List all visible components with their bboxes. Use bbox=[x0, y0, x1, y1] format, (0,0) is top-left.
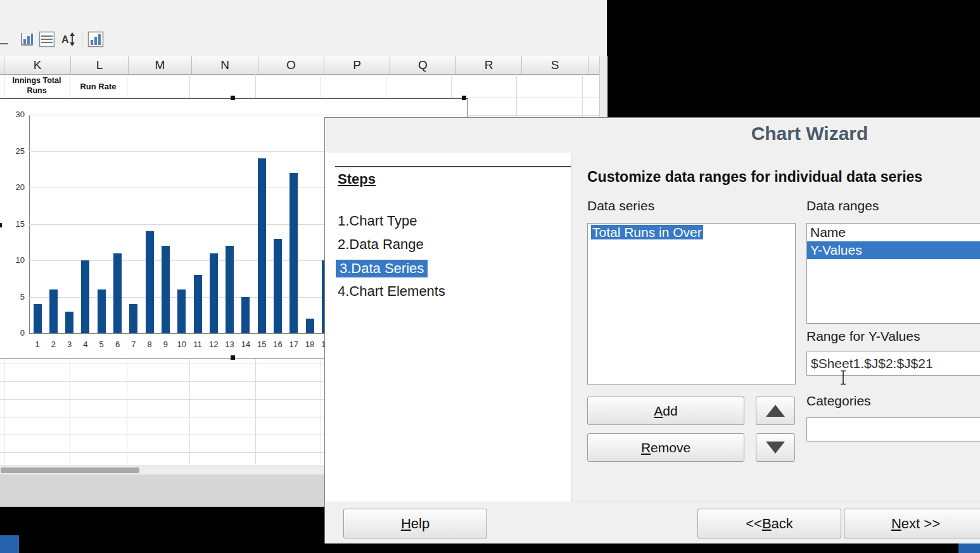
column-headers: K L M N O P Q R S bbox=[0, 56, 599, 75]
bar-10 bbox=[177, 289, 186, 333]
horizontal-scrollbar-thumb[interactable] bbox=[1, 467, 139, 473]
chart-resize-handle-bottom[interactable] bbox=[231, 355, 235, 360]
bar-9 bbox=[162, 246, 170, 333]
x-axis-tick-label: 11 bbox=[190, 340, 205, 349]
x-axis-tick-label: 15 bbox=[254, 340, 269, 349]
x-axis-tick-label: 4 bbox=[78, 340, 93, 349]
x-axis-tick-label: 3 bbox=[62, 340, 77, 349]
data-range-item-y-values[interactable]: Y-Values bbox=[807, 241, 980, 259]
column-header-K[interactable]: K bbox=[4, 56, 71, 74]
x-axis-tick-label: 10 bbox=[174, 340, 189, 349]
help-button[interactable]: Help bbox=[343, 509, 487, 538]
column-header-P[interactable]: P bbox=[324, 56, 390, 74]
column-header-partial-left[interactable] bbox=[0, 56, 4, 74]
x-axis-tick-label: 7 bbox=[126, 340, 141, 349]
dialog-bottom-separator-highlight bbox=[325, 502, 980, 503]
data-ranges-listbox[interactable]: Name Y-Values bbox=[806, 223, 980, 324]
bar-14 bbox=[241, 297, 250, 334]
column-header-Q[interactable]: Q bbox=[390, 56, 456, 74]
axes-icon[interactable] bbox=[0, 30, 11, 48]
taskbar-corner-left bbox=[0, 535, 19, 553]
toolbar-separator bbox=[82, 32, 82, 47]
bar-11 bbox=[194, 275, 202, 333]
x-axis-tick-label: 2 bbox=[46, 340, 61, 349]
steps-panel bbox=[325, 153, 571, 502]
column-header-S[interactable]: S bbox=[522, 56, 589, 74]
bar-7 bbox=[129, 304, 137, 333]
bar-6 bbox=[113, 253, 122, 334]
y-axis-tick-label: 15 bbox=[0, 219, 29, 229]
dialog-heading: Customize data ranges for individual dat… bbox=[587, 168, 980, 186]
x-axis-tick-label: 6 bbox=[110, 340, 125, 349]
y-axis-tick-label: 0 bbox=[0, 328, 29, 338]
categories-label: Categories bbox=[806, 393, 871, 409]
screen: A K L M N O P Q R S Innings Total Runs bbox=[0, 0, 980, 553]
y-axis-tick-label: 5 bbox=[0, 292, 29, 302]
bar-chart-icon[interactable] bbox=[18, 30, 35, 48]
steps-separator bbox=[335, 166, 571, 167]
y-axis-tick-label: 25 bbox=[0, 146, 29, 156]
add-button[interactable]: Add bbox=[587, 397, 744, 425]
move-up-button[interactable] bbox=[756, 397, 795, 425]
bar-16 bbox=[274, 239, 282, 334]
x-axis-tick-label: 1 bbox=[30, 340, 45, 349]
data-series-label: Data series bbox=[587, 198, 654, 213]
x-axis-tick-label: 8 bbox=[142, 340, 157, 349]
bar-3 bbox=[65, 312, 73, 334]
remove-button[interactable]: Remove bbox=[587, 433, 744, 462]
range-for-y-values-label: Range for Y-Values bbox=[806, 329, 920, 344]
arrow-down-icon bbox=[766, 442, 785, 454]
column-header-O[interactable]: O bbox=[258, 56, 324, 74]
arrow-up-icon bbox=[766, 405, 785, 417]
data-ranges-label: Data ranges bbox=[806, 198, 879, 213]
bar-8 bbox=[146, 231, 154, 333]
x-axis-tick-label: 12 bbox=[206, 340, 221, 349]
bar-18 bbox=[306, 319, 314, 333]
x-axis-tick-label: 9 bbox=[158, 340, 173, 349]
range-input[interactable]: $Sheet1.$J$2:$J$21 bbox=[806, 352, 980, 376]
next-button[interactable]: Next >> bbox=[844, 509, 980, 538]
taskbar-corner-right bbox=[958, 543, 980, 553]
sort-text-icon[interactable]: A bbox=[60, 30, 77, 48]
chart-resize-handle-top[interactable] bbox=[231, 96, 235, 100]
dialog-title: Chart Wizard bbox=[578, 123, 980, 144]
x-axis-tick-label: 13 bbox=[222, 340, 238, 349]
categories-input[interactable] bbox=[806, 417, 980, 442]
bar-2 bbox=[49, 289, 58, 333]
chart-wizard-dialog: Chart Wizard Steps 1.Chart Type 2.Data R… bbox=[324, 117, 980, 543]
chart-resize-handle-top-right[interactable] bbox=[462, 96, 466, 100]
step-data-range[interactable]: 2.Data Range bbox=[338, 236, 424, 253]
data-series-listbox[interactable]: Total Runs in Over bbox=[587, 223, 796, 385]
data-series-item[interactable]: Total Runs in Over bbox=[588, 224, 795, 241]
bar-15 bbox=[258, 158, 266, 333]
move-down-button[interactable] bbox=[756, 433, 795, 462]
bar-4 bbox=[81, 260, 89, 333]
data-series-item-label[interactable]: Total Runs in Over bbox=[591, 225, 703, 239]
bar-12 bbox=[210, 253, 218, 334]
step-chart-type[interactable]: 1.Chart Type bbox=[338, 213, 417, 229]
column-header-L[interactable]: L bbox=[71, 56, 129, 74]
x-axis-tick-label: 16 bbox=[270, 340, 286, 349]
chart-toolbar: A bbox=[0, 0, 607, 56]
column-header-N[interactable]: N bbox=[192, 56, 258, 74]
column-header-R[interactable]: R bbox=[456, 56, 522, 74]
cell-L1[interactable]: Run Rate bbox=[70, 74, 127, 98]
back-button[interactable]: << Back bbox=[697, 509, 841, 538]
data-range-item-name[interactable]: Name bbox=[807, 224, 980, 241]
x-axis-tick-label: 18 bbox=[302, 340, 317, 349]
x-axis-tick-label: 14 bbox=[238, 340, 253, 349]
svg-text:A: A bbox=[61, 34, 69, 45]
steps-title: Steps bbox=[338, 171, 376, 188]
column-header-M[interactable]: M bbox=[129, 56, 192, 74]
y-axis-tick-label: 10 bbox=[0, 255, 29, 265]
x-axis-tick-label: 17 bbox=[286, 340, 302, 349]
cell-K1[interactable]: Innings Total Runs bbox=[4, 74, 70, 98]
chart-type-icon[interactable] bbox=[87, 30, 105, 48]
mouse-cursor-ibeam bbox=[839, 370, 847, 385]
chart-resize-handle-left[interactable] bbox=[0, 223, 2, 227]
y-axis-tick-label: 30 bbox=[0, 110, 29, 119]
step-data-series[interactable]: 3.Data Series bbox=[336, 260, 428, 277]
data-table-icon[interactable] bbox=[38, 30, 56, 48]
bar-5 bbox=[98, 289, 106, 333]
step-chart-elements[interactable]: 4.Chart Elements bbox=[338, 283, 445, 300]
